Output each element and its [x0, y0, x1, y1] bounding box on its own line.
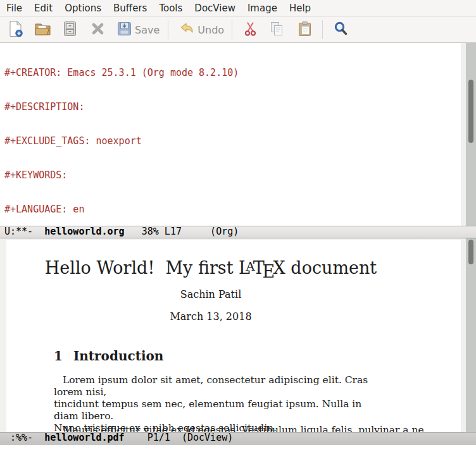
- search-button[interactable]: [331, 20, 350, 39]
- mode-line-flags: :%%-: [4, 432, 44, 443]
- section-title: Introduction: [73, 348, 163, 364]
- clipboard-paste-icon: [298, 21, 312, 39]
- menu-file[interactable]: File: [6, 3, 22, 14]
- undo-button-label[interactable]: Undo: [197, 24, 224, 36]
- org-scrollbar-thumb[interactable]: [468, 80, 473, 143]
- org-meta-line: #+CREATOR: Emacs 25.3.1 (Org mode 8.2.10…: [4, 67, 466, 78]
- echo-area[interactable]: [0, 445, 476, 454]
- cut-button[interactable]: [241, 20, 260, 39]
- undo-arrow-icon: [178, 21, 196, 39]
- copy-button[interactable]: [267, 20, 286, 39]
- menu-docview[interactable]: DocView: [194, 3, 235, 14]
- save-button-label[interactable]: Save: [135, 24, 160, 36]
- open-file-button[interactable]: [33, 20, 52, 39]
- mode-line-flags: U:**-: [4, 226, 44, 237]
- save-disk-icon: [116, 21, 132, 39]
- docview-window[interactable]: Hello World! My first LATEX document Sac…: [0, 238, 466, 432]
- pdf-author: Sachin Patil: [6, 288, 415, 300]
- new-file-button[interactable]: [6, 20, 25, 39]
- pdf-clipped-line: Mauris efficitur vitae ex id egestas. Ve…: [54, 424, 377, 432]
- pdf-title: Hello World! My first LATEX document: [6, 258, 415, 281]
- org-meta-line: #+EXCLUDE_TAGS: noexport: [4, 135, 466, 147]
- buffer-name[interactable]: helloworld.org: [44, 226, 124, 237]
- menu-help[interactable]: Help: [289, 3, 311, 14]
- menu-edit[interactable]: Edit: [34, 3, 53, 14]
- pdf-date: March 13, 2018: [6, 310, 415, 322]
- close-icon: [91, 21, 105, 39]
- pdf-paragraph-line: tincidunt tempus sem nec, elementum feug…: [54, 398, 372, 422]
- file-cabinet-icon: [63, 21, 77, 39]
- org-meta-line: #+KEYWORDS:: [4, 169, 466, 181]
- toolbar-separator: [232, 20, 232, 39]
- pdf-page: Hello World! My first LATEX document Sac…: [6, 240, 461, 432]
- toolbar-separator: [168, 20, 168, 39]
- org-meta-line: #+LANGUAGE: en: [4, 204, 466, 215]
- menu-buffers[interactable]: Buffers: [113, 3, 147, 14]
- pdf-section-heading: 1Introduction: [54, 348, 163, 364]
- pdf-title-text: X document: [273, 258, 377, 278]
- scissors-icon: [243, 21, 258, 39]
- mode-line-position: P1/1 (DocView): [125, 432, 234, 443]
- section-number: 1: [54, 348, 63, 364]
- docview-mode-line: :%%- helloworld.pdf P1/1 (DocView): [0, 432, 476, 445]
- toolbar-separator: [322, 20, 323, 39]
- buffer-name[interactable]: helloworld.pdf: [44, 432, 124, 443]
- open-folder-icon: [34, 21, 51, 39]
- copy-pages-icon: [269, 21, 285, 39]
- org-buffer-window[interactable]: #+CREATOR: Emacs 25.3.1 (Org mode 8.2.10…: [0, 43, 466, 226]
- toolbar: Save Undo: [0, 17, 476, 43]
- save-button[interactable]: [115, 20, 134, 39]
- menu-options[interactable]: Options: [65, 3, 101, 14]
- pdf-title-text: Hello World! My first L: [45, 258, 250, 278]
- org-window-scrollbar[interactable]: [466, 43, 476, 226]
- undo-button[interactable]: [177, 20, 196, 39]
- new-file-icon: [8, 20, 23, 40]
- close-buffer-button[interactable]: [88, 20, 107, 39]
- search-icon: [333, 21, 349, 39]
- docview-window-scrollbar[interactable]: [466, 238, 476, 432]
- menu-image[interactable]: Image: [247, 3, 277, 14]
- menu-tools[interactable]: Tools: [159, 3, 182, 14]
- pdf-paragraph-line: Lorem ipsum dolor sit amet, consectetur …: [54, 374, 372, 398]
- paste-button[interactable]: [295, 20, 314, 39]
- docview-scrollbar-thumb[interactable]: [468, 240, 473, 264]
- docview-window-fringe: [461, 238, 466, 432]
- mode-line-position: 38% L17 (Org): [125, 226, 239, 237]
- org-window-fringe: [461, 43, 466, 226]
- org-mode-line: U:**- helloworld.org 38% L17 (Org): [0, 226, 476, 238]
- pdf-paragraph: Lorem ipsum dolor sit amet, consectetur …: [54, 374, 372, 432]
- org-meta-line: #+DESCRIPTION:: [4, 101, 466, 113]
- dired-button[interactable]: [60, 20, 79, 39]
- menu-bar: File Edit Options Buffers Tools DocView …: [0, 0, 476, 17]
